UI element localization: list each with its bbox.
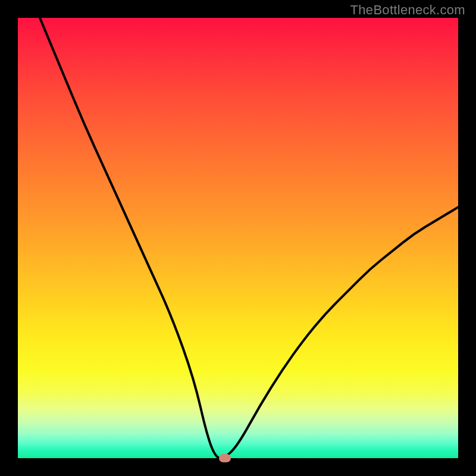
bottleneck-curve	[18, 18, 458, 458]
optimal-point-marker	[219, 454, 231, 462]
watermark-text: TheBottleneck.com	[350, 2, 465, 18]
plot-area	[18, 18, 458, 458]
chart-frame: TheBottleneck.com	[0, 0, 476, 476]
